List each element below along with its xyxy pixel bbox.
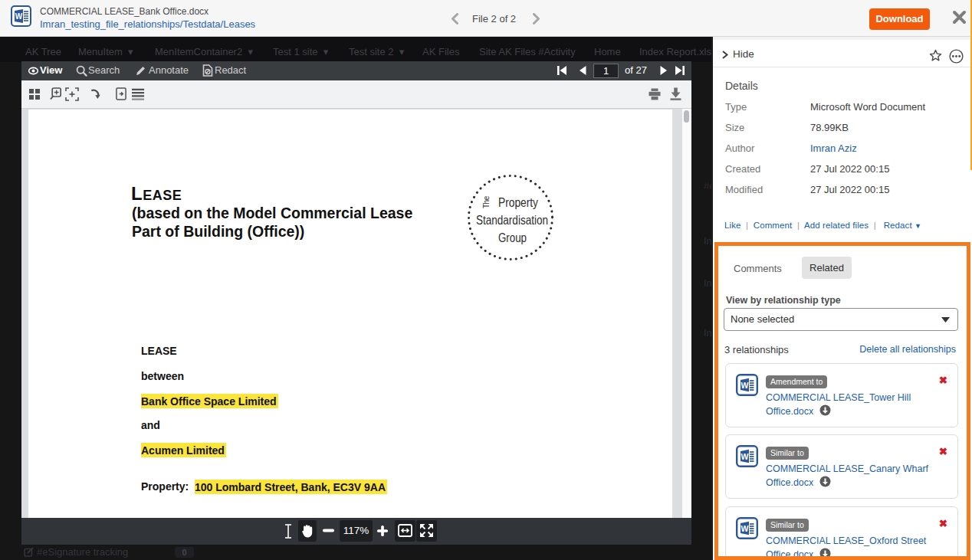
svg-text:The: The (482, 195, 491, 208)
svg-text:W: W (741, 452, 749, 461)
svg-text:Group: Group (498, 231, 527, 244)
svg-text:W: W (741, 381, 749, 390)
svg-text:W: W (741, 524, 749, 533)
svg-text:Standardisation: Standardisation (476, 213, 548, 227)
svg-text:W: W (15, 12, 23, 21)
svg-text:Property: Property (498, 195, 539, 209)
